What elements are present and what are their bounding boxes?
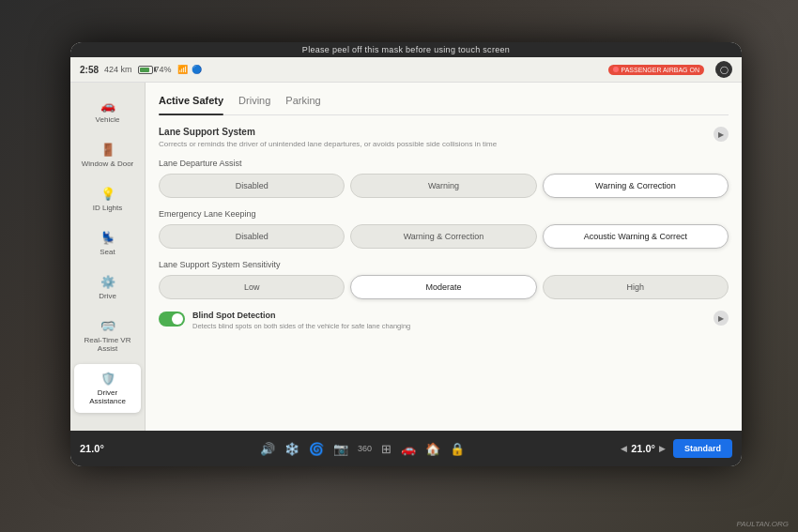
bluetooth-icon: 🔵 <box>192 65 202 74</box>
lane-support-expand[interactable]: ▶ <box>714 127 729 142</box>
home-icon[interactable]: 🏠 <box>425 442 440 456</box>
sidebar-label-vehicle: Vehicle <box>96 115 120 124</box>
sidebar-item-vehicle[interactable]: 🚗 Vehicle <box>74 91 141 131</box>
sidebar-item-seat[interactable]: 💺 Seat <box>74 223 141 264</box>
sidebar-label-driver-assistance: Driver Assistance <box>80 388 135 405</box>
emergency-lane-group: Emergency Lane Keeping Disabled Warning … <box>159 209 729 249</box>
wifi-icon: 📶 <box>177 65 188 74</box>
sidebar: 🚗 Vehicle 🚪 Window & Door 💡 ID Lights 💺 … <box>70 83 146 431</box>
tab-active-safety-label: Active Safety <box>159 95 223 106</box>
emergency-lane-warning-correction[interactable]: Warning & Correction <box>350 224 536 249</box>
window-door-icon: 🚪 <box>100 143 115 157</box>
lane-support-title: Lane Support System <box>159 127 714 137</box>
battery-fill <box>140 68 149 72</box>
tab-parking-label: Parking <box>285 95 320 106</box>
emergency-lane-disabled-label: Disabled <box>236 232 269 241</box>
tab-driving-label: Driving <box>238 95 270 106</box>
sidebar-item-realtime-vr[interactable]: 🥽 Real-Time VR Assist <box>74 312 141 360</box>
airbag-badge: PASSENGER AIRBAG ON <box>608 65 704 75</box>
tabs-row: Active Safety Driving Parking <box>159 92 729 115</box>
drive-icon: ⚙️ <box>100 275 115 289</box>
top-banner: Please peel off this mask before using t… <box>70 42 742 57</box>
battery-icon <box>138 66 153 74</box>
emergency-lane-acoustic[interactable]: Acoustic Warning & Correct <box>543 224 729 249</box>
sidebar-label-lights: ID Lights <box>93 204 123 212</box>
emergency-lane-warning-correction-label: Warning & Correction <box>404 232 484 241</box>
lane-departure-disabled[interactable]: Disabled <box>159 174 345 198</box>
speaker-icon[interactable]: 🔊 <box>260 442 275 456</box>
sensitivity-label: Lane Support System Sensitivity <box>159 260 729 269</box>
airbag-dot <box>613 67 619 72</box>
lane-departure-group: Lane Departure Assist Disabled Warning W… <box>159 159 729 198</box>
sidebar-item-drive[interactable]: ⚙️ Drive <box>74 267 141 308</box>
sensitivity-high[interactable]: High <box>543 275 729 299</box>
camera-icon[interactable]: 📷 <box>333 442 348 456</box>
snowflake-icon[interactable]: ❄️ <box>284 442 299 456</box>
lane-departure-warning-correction[interactable]: Warning & Correction <box>543 174 729 198</box>
tab-active-safety[interactable]: Active Safety <box>159 92 223 109</box>
standard-label: Standard <box>684 444 721 453</box>
temp-decrease-btn[interactable]: ◀ <box>621 444 627 453</box>
sensitivity-moderate-label: Moderate <box>425 282 461 292</box>
temp-left: 21.0° <box>80 443 104 454</box>
airbag-text: PASSENGER AIRBAG ON <box>621 67 699 73</box>
driver-assist-icon: 🛡️ <box>100 372 115 386</box>
voice-button[interactable]: ◯ <box>715 61 732 78</box>
sensitivity-high-label: High <box>627 282 645 292</box>
sensitivity-low-label: Low <box>244 282 260 292</box>
bottom-right: ◀ 21.0° ▶ Standard <box>621 439 732 458</box>
sidebar-item-lights[interactable]: 💡 ID Lights <box>74 179 141 220</box>
lane-support-desc: Corrects or reminds the driver of uninte… <box>159 139 714 149</box>
lane-support-header: Lane Support System Corrects or reminds … <box>159 127 729 159</box>
battery-percent: 74% <box>155 65 172 74</box>
grid-icon[interactable]: ⊞ <box>381 442 391 456</box>
temp-increase-btn[interactable]: ▶ <box>659 444 666 453</box>
sensitivity-options: Low Moderate High <box>159 275 729 299</box>
seat-icon: 💺 <box>100 231 115 245</box>
blind-spot-toggle[interactable] <box>159 312 185 327</box>
lane-departure-warning-correction-label: Warning & Correction <box>595 181 676 190</box>
standard-button[interactable]: Standard <box>673 439 732 458</box>
blind-spot-row: Blind Spot Detection Detects blind spots… <box>159 311 729 331</box>
sidebar-label-drive: Drive <box>99 292 116 300</box>
vr-icon: 🥽 <box>100 319 115 333</box>
status-bar: 2:58 424 km 74% 📶 🔵 PASSENGER AIRBAG ON … <box>70 57 742 83</box>
blind-spot-title: Blind Spot Detection <box>192 311 410 320</box>
screen-content: Please peel off this mask before using t… <box>70 42 742 466</box>
sensitivity-low[interactable]: Low <box>159 275 345 299</box>
lights-icon: 💡 <box>100 187 115 201</box>
lock-icon[interactable]: 🔒 <box>450 442 465 456</box>
tab-parking[interactable]: Parking <box>285 92 320 109</box>
screen-bezel: Please peel off this mask before using t… <box>70 42 742 466</box>
sidebar-label-window-door: Window & Door <box>82 160 134 168</box>
lane-departure-warning[interactable]: Warning <box>350 174 536 198</box>
sensitivity-moderate[interactable]: Moderate <box>350 275 536 299</box>
blind-spot-desc: Detects blind spots on both sides of the… <box>192 322 410 331</box>
fan-icon[interactable]: 🌀 <box>309 442 324 456</box>
main-layout: 🚗 Vehicle 🚪 Window & Door 💡 ID Lights 💺 … <box>70 83 742 431</box>
status-km: 424 km <box>104 65 132 74</box>
360-icon[interactable]: 360 <box>358 444 372 453</box>
lane-departure-warning-label: Warning <box>428 181 459 190</box>
sidebar-label-seat: Seat <box>100 248 115 256</box>
sidebar-label-vr: Real-Time VR Assist <box>80 336 135 353</box>
temp-left-value: 21.0° <box>80 443 104 454</box>
emergency-lane-label: Emergency Lane Keeping <box>159 209 729 219</box>
lane-departure-label: Lane Departure Assist <box>159 159 729 168</box>
status-battery: 74% <box>138 65 172 74</box>
bottom-icons: 🔊 ❄️ 🌀 📷 360 ⊞ 🚗 🏠 🔒 <box>115 442 609 456</box>
blind-spot-expand[interactable]: ▶ <box>714 311 729 326</box>
sidebar-item-window-door[interactable]: 🚪 Window & Door <box>74 135 141 175</box>
tab-driving[interactable]: Driving <box>238 92 270 109</box>
sidebar-item-driver-assistance[interactable]: 🛡️ Driver Assistance <box>74 364 141 413</box>
emergency-lane-disabled[interactable]: Disabled <box>159 224 345 249</box>
blind-spot-text: Blind Spot Detection Detects blind spots… <box>192 311 410 331</box>
watermark: PAULTAN.ORG <box>736 520 789 528</box>
banner-text: Please peel off this mask before using t… <box>302 45 510 54</box>
bottom-bar: 21.0° 🔊 ❄️ 🌀 📷 360 ⊞ 🚗 🏠 🔒 ◀ 21.0° ▶ <box>70 431 742 466</box>
lane-departure-disabled-label: Disabled <box>236 181 269 190</box>
emergency-lane-acoustic-label: Acoustic Warning & Correct <box>584 232 687 241</box>
status-icons: 📶 🔵 <box>177 65 202 74</box>
emergency-lane-options: Disabled Warning & Correction Acoustic W… <box>159 224 729 249</box>
car-icon[interactable]: 🚗 <box>401 442 416 456</box>
